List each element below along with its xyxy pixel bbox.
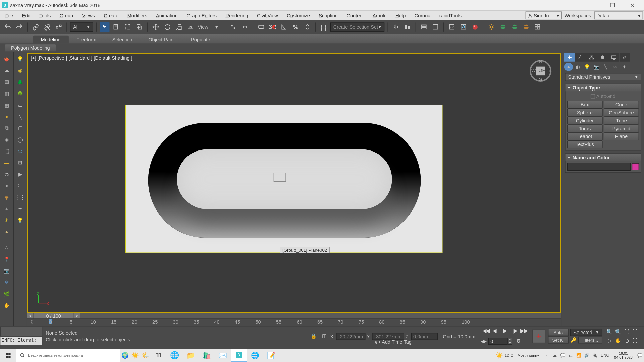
menu-graph editors[interactable]: Graph Editors xyxy=(182,13,221,18)
menu-rendering[interactable]: Rendering xyxy=(221,13,253,18)
menu-help[interactable]: Help xyxy=(391,13,410,18)
taskbar-weather[interactable]: ☀️12°C Mostly sunny xyxy=(492,352,542,359)
cone-shelf-icon[interactable]: ▲ xyxy=(1,204,12,214)
particles-shelf-icon[interactable]: ∴ xyxy=(1,243,12,252)
select-by-name-button[interactable] xyxy=(111,22,121,32)
render-iterative-button[interactable] xyxy=(521,22,531,32)
bulb2-icon[interactable]: 💡 xyxy=(15,215,25,225)
poly-shelf-icon[interactable]: ◈ xyxy=(1,135,12,144)
list-shelf-icon[interactable]: ▥ xyxy=(1,88,12,98)
named-selection-dropdown[interactable]: Create Selection Set▼ xyxy=(330,22,384,31)
viewport[interactable]: [+] [Perspective ] [Standard ] [Default … xyxy=(27,53,561,313)
play-button[interactable]: ▶ xyxy=(500,326,510,335)
menu-content[interactable]: Content xyxy=(342,13,368,18)
prev-frame-button[interactable]: ◀| xyxy=(490,326,500,335)
tray-language[interactable]: ENG xyxy=(599,349,611,362)
isolate-icon[interactable]: ◫ xyxy=(320,331,329,341)
start-button[interactable] xyxy=(0,349,16,362)
menu-corona[interactable]: Corona xyxy=(410,13,435,18)
coord-z[interactable]: 0,0mm xyxy=(411,333,437,340)
redo-button[interactable] xyxy=(14,22,24,32)
render-setup-button[interactable] xyxy=(487,22,496,32)
rotate-button[interactable] xyxy=(162,22,172,32)
lights-subtab[interactable]: 💡 xyxy=(583,63,591,71)
autogrid-checkbox[interactable]: AutoGrid xyxy=(567,93,639,100)
ribbon-tab-object paint[interactable]: Object Paint xyxy=(140,36,183,44)
primitive-sphere[interactable]: Sphere xyxy=(567,109,602,117)
set-key-big-button[interactable]: + xyxy=(532,329,545,343)
taskbar-search[interactable]: Введите здесь текст для поиска xyxy=(16,349,120,362)
mesh-shelf-icon[interactable]: ⧉ xyxy=(1,123,12,133)
circle-icon[interactable]: ◯ xyxy=(15,135,25,144)
weather-widget-icon[interactable]: 🌍 xyxy=(120,349,130,362)
align-button[interactable] xyxy=(403,22,413,32)
helpers-subtab[interactable]: ╲ xyxy=(601,63,610,71)
utilities-tab[interactable] xyxy=(620,53,630,61)
tray-battery-icon[interactable]: 🖴 xyxy=(567,349,575,362)
explorer-app[interactable]: 📁 xyxy=(182,349,199,362)
current-frame-input[interactable]: 0 xyxy=(488,338,508,345)
timeslider-prev[interactable]: < xyxy=(27,313,34,318)
news-widget-icon[interactable]: ☀️ xyxy=(130,349,140,362)
selection-filter-dropdown[interactable]: All▼ xyxy=(70,22,93,31)
lock-selection-icon[interactable]: 🔒 xyxy=(309,331,319,341)
window-crossing-button[interactable] xyxy=(135,22,144,32)
pivot-button[interactable] xyxy=(228,22,238,32)
object-name-input[interactable] xyxy=(567,163,631,171)
menu-rapidtools[interactable]: rapidTools xyxy=(435,13,466,18)
close-button[interactable]: ✕ xyxy=(623,0,642,11)
tree1-icon[interactable]: 🌲 xyxy=(15,77,25,87)
plus-grid-icon[interactable]: ⊞ xyxy=(15,158,25,168)
zoom-all-button[interactable]: 🔍 xyxy=(614,328,622,336)
sphere-grey-icon[interactable]: ● xyxy=(1,181,12,190)
zoom-extents-button[interactable]: ⛶ xyxy=(623,328,631,336)
tray-meet-icon[interactable]: 💬 xyxy=(559,349,567,362)
hierarchy-tab[interactable] xyxy=(586,53,597,61)
menu-group[interactable]: Group xyxy=(55,13,77,18)
tray-power-icon[interactable]: 🔌 xyxy=(591,349,599,362)
category-dropdown[interactable]: Standard Primitives▼ xyxy=(565,73,641,81)
move-button[interactable] xyxy=(151,22,160,32)
keyfilter-selected-dropdown[interactable]: Selected▼ xyxy=(570,329,602,336)
angle-snap-toggle[interactable] xyxy=(279,22,289,32)
maximize-button[interactable]: ❐ xyxy=(603,0,623,11)
primitive-cone[interactable]: Cone xyxy=(604,101,639,109)
menu-file[interactable]: File xyxy=(1,13,18,18)
pin-shelf-icon[interactable]: 📍 xyxy=(1,254,12,264)
gold-icon[interactable]: ◉ xyxy=(1,192,12,202)
dots-shelf-icon[interactable]: ⋮⋮ xyxy=(15,192,25,202)
primitive-tube[interactable]: Tube xyxy=(604,117,639,125)
grass-shelf-icon[interactable]: 🌿 xyxy=(1,289,12,299)
menu-customize[interactable]: Customize xyxy=(282,13,314,18)
viewport-label[interactable]: [+] [Perspective ] [Standard ] [Default … xyxy=(31,55,132,61)
select-region-button[interactable] xyxy=(123,22,132,32)
edge-app[interactable]: 🌐 xyxy=(166,349,182,362)
next-frame-button[interactable]: |▶ xyxy=(510,326,520,335)
refcoord-dropdown[interactable]: ▾ xyxy=(212,22,221,32)
sun-shelf-icon[interactable]: ☀ xyxy=(1,215,12,225)
primitive-cylinder[interactable]: Cylinder xyxy=(567,117,602,125)
setkey-button[interactable]: Set K. xyxy=(548,336,569,343)
chrome-app[interactable]: 🌐 xyxy=(247,349,263,362)
menu-create[interactable]: Create xyxy=(99,13,123,18)
tray-notifications-icon[interactable]: 💬 xyxy=(636,349,643,362)
tray-chevron[interactable]: ︿ xyxy=(543,349,550,362)
primitive-geosphere[interactable]: GeoSphere xyxy=(604,109,639,117)
name-color-rollout-header[interactable]: ▼Name and Color xyxy=(566,154,641,161)
primitive-pyramid[interactable]: Pyramid xyxy=(604,124,639,132)
view-cube[interactable]: NSWETOP xyxy=(529,59,552,83)
sphere-tan-icon[interactable]: ● xyxy=(1,227,12,237)
tray-volume-icon[interactable]: 🔊 xyxy=(583,349,591,362)
primitive-torus[interactable]: Torus xyxy=(567,124,602,132)
systems-subtab[interactable]: ✦ xyxy=(620,63,629,71)
zoom-extents-all-button[interactable]: ⛶ xyxy=(631,328,639,336)
manipulate-button[interactable] xyxy=(240,22,250,32)
notepad-app[interactable]: 📝 xyxy=(263,349,279,362)
link-button[interactable] xyxy=(31,22,40,32)
tray-wifi-icon[interactable]: 📶 xyxy=(575,349,583,362)
fov-button[interactable]: ▷ xyxy=(606,336,614,344)
primitive-textplus[interactable]: TextPlus xyxy=(567,140,602,148)
primitive-teapot[interactable]: Teapot xyxy=(567,132,602,140)
timeslider-next[interactable]: > xyxy=(74,313,80,318)
undo-button[interactable] xyxy=(3,22,12,32)
